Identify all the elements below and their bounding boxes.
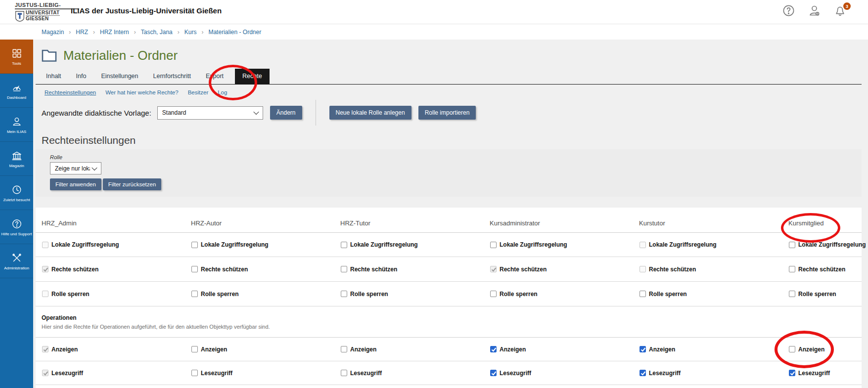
sidebar-item-zuletzt-besucht[interactable]: Zuletzt besucht (0, 176, 33, 210)
checkbox-label[interactable]: Rolle sperren (350, 291, 388, 298)
checkbox-label[interactable]: Rolle sperren (649, 291, 687, 298)
tab-info[interactable]: Info (75, 73, 88, 84)
template-select[interactable]: Standard (157, 106, 263, 120)
checkbox-lesezugriff-hrz-tutor[interactable] (341, 370, 347, 376)
checkbox-label: Rechte schützen (500, 266, 547, 273)
subtab-log[interactable]: Log (218, 89, 227, 95)
university-shield-icon (15, 10, 25, 24)
subtab-wer-hat-hier-welche-rechte[interactable]: Wer hat hier welche Rechte? (105, 89, 178, 95)
checkbox-label[interactable]: Lokale Zugriffsregelung (500, 241, 567, 248)
checkbox-label[interactable]: Anzeigen (649, 346, 675, 353)
ilias-permissions-screen: JUSTUS-LIEBIG- UNIVERSITAT GIESSEN ILIAS… (0, 0, 868, 388)
role-filter-select[interactable]: Zeige nur lokale Rolle (50, 162, 101, 174)
checkbox-anzeigen-kursadministrator[interactable] (490, 346, 497, 352)
column-header-hrz-admin: HRZ_Admin (42, 219, 77, 227)
checkbox-label[interactable]: Lesezugriff (500, 370, 531, 377)
notifications-button[interactable]: 3 (833, 4, 847, 18)
checkbox-rechte-schützen-kursadministrator (490, 266, 497, 272)
checkbox-label[interactable]: Rechte schützen (201, 266, 248, 273)
import-role-button[interactable]: Rolle importieren (418, 106, 476, 120)
checkbox-label[interactable]: Anzeigen (798, 346, 824, 353)
university-logo: JUSTUS-LIEBIG- UNIVERSITAT GIESSEN (15, 2, 79, 24)
checkbox-label[interactable]: Lesezugriff (649, 370, 681, 377)
user-button[interactable] (808, 4, 822, 18)
operations-section-description: Hier sind die Rechte für Operationen auf… (42, 324, 862, 330)
permission-cell-rechte-schützen-kursmitglied: Rechte schützen (789, 266, 845, 273)
tab-rechte[interactable]: Rechte (235, 69, 270, 84)
checkbox-label[interactable]: Lokale Zugriffsregelung (201, 241, 269, 248)
checkbox-label[interactable]: Anzeigen (500, 346, 526, 353)
help-button[interactable] (782, 4, 796, 18)
app-title: ILIAS der Justus-Liebig-Universität Gieß… (71, 6, 222, 15)
sidebar-item-label: Administration (4, 266, 29, 270)
checkbox-rechte-schützen-kursmitglied[interactable] (789, 266, 795, 272)
role-filter-value: Zeige nur lokale Rolle (55, 165, 90, 172)
tab-einstellungen[interactable]: Einstellungen (99, 73, 139, 84)
checkbox-label: Anzeigen (51, 346, 78, 353)
checkbox-label[interactable]: Rolle sperren (798, 291, 836, 298)
checkbox-label[interactable]: Anzeigen (350, 346, 376, 353)
checkbox-lesezugriff-hrz-admin (42, 370, 48, 376)
checkbox-rolle-sperren-kursmitglied[interactable] (789, 291, 795, 297)
checkbox-label[interactable]: Rolle sperren (500, 291, 538, 298)
permission-cell-rechte-schützen-kursadministrator: Rechte schützen (490, 266, 547, 273)
checkbox-label[interactable]: Rechte schützen (350, 266, 397, 273)
sidebar-item-administration[interactable]: Administration (0, 244, 33, 278)
sidebar-item-dashboard[interactable]: Dashboard (0, 74, 33, 108)
checkbox-label[interactable]: Rolle sperren (201, 291, 239, 298)
checkbox-anzeigen-kurstutor[interactable] (640, 346, 646, 352)
checkbox-lokale-zugriffsregelung-kursmitglied[interactable] (789, 242, 795, 248)
sidebar-item-label: Zuletzt besucht (3, 198, 30, 202)
reset-filter-button[interactable]: Filter zurücksetzen (103, 178, 162, 190)
checkbox-label[interactable]: Lesezugriff (201, 370, 232, 377)
checkbox-lokale-zugriffsregelung-hrz-autor[interactable] (191, 242, 198, 248)
checkbox-lesezugriff-hrz-autor[interactable] (191, 370, 198, 376)
create-local-role-button[interactable]: Neue lokale Rolle anlegen (329, 106, 411, 120)
permission-row-rolle-sperren: Rolle sperrenRolle sperrenRolle sperrenR… (36, 282, 862, 306)
checkbox-lesezugriff-kursmitglied[interactable] (789, 370, 795, 376)
checkbox-anzeigen-hrz-tutor[interactable] (341, 346, 347, 352)
checkbox-rolle-sperren-kurstutor[interactable] (640, 291, 646, 297)
bank-icon (11, 150, 22, 162)
checkbox-lokale-zugriffsregelung-hrz-tutor[interactable] (341, 242, 347, 248)
checkbox-rechte-schützen-hrz-autor[interactable] (191, 266, 198, 272)
column-header-kursmitglied: Kursmitglied (788, 219, 824, 227)
checkbox-lokale-zugriffsregelung-kursadministrator[interactable] (490, 242, 497, 248)
checkbox-rolle-sperren-hrz-autor[interactable] (191, 291, 198, 297)
checkbox-label[interactable]: Lesezugriff (350, 370, 382, 377)
breadcrumb-item-tasch-jana[interactable]: Tasch, Jana (141, 29, 173, 36)
checkbox-label[interactable]: Anzeigen (201, 346, 227, 353)
subtab-besitzer[interactable]: Besitzer (188, 89, 209, 95)
checkbox-label[interactable]: Lokale Zugriffsregelung (350, 241, 418, 248)
breadcrumb-item-materialien-ordner[interactable]: Materialien - Ordner (208, 29, 261, 36)
checkbox-rechte-schützen-hrz-tutor[interactable] (341, 266, 347, 272)
tab-inhalt[interactable]: Inhalt (45, 73, 63, 84)
checkbox-lesezugriff-kursadministrator[interactable] (490, 370, 497, 376)
checkbox-label[interactable]: Lesezugriff (798, 370, 830, 377)
permission-cell-rechte-schützen-hrz-autor: Rechte schützen (191, 266, 248, 273)
breadcrumb-item-hrz-intern[interactable]: HRZ Intern (100, 29, 129, 36)
breadcrumb-item-magazin[interactable]: Magazin (42, 29, 64, 36)
sidebar-item-tools[interactable]: Tools (0, 40, 33, 74)
checkbox-anzeigen-kursmitglied[interactable] (789, 346, 795, 352)
breadcrumb-item-hrz[interactable]: HRZ (76, 29, 88, 36)
checkbox-anzeigen-hrz-autor[interactable] (191, 346, 198, 352)
sidebar-item-magazin[interactable]: Magazin (0, 142, 33, 176)
subtab-rechteeinstellungen[interactable]: Rechteeinstellungen (45, 89, 96, 95)
sidebar-item-mein-ilias[interactable]: Mein ILIAS (0, 108, 33, 142)
checkbox-label[interactable]: Rechte schützen (798, 266, 845, 273)
apply-filter-button[interactable]: Filter anwenden (50, 178, 101, 190)
breadcrumb-item-kurs[interactable]: Kurs (184, 29, 197, 36)
checkbox-label[interactable]: Lokale Zugriffsregelung (798, 241, 866, 248)
sidebar-item-hilfe-und-support[interactable]: Hilfe und Support (0, 210, 33, 244)
checkbox-rolle-sperren-hrz-tutor[interactable] (341, 291, 347, 297)
checkbox-rolle-sperren-kursadministrator[interactable] (490, 291, 497, 297)
change-template-button[interactable]: Ändern (270, 106, 302, 120)
checkbox-lesezugriff-kurstutor[interactable] (640, 370, 646, 376)
checkbox-lokale-zugriffsregelung-kurstutor (640, 242, 646, 248)
permission-cell-lokale-zugriffsregelung-kurstutor: Lokale Zugriffsregelung (640, 241, 717, 248)
tab-export[interactable]: Export (204, 73, 225, 84)
tab-lernfortschritt[interactable]: Lernfortschritt (152, 73, 192, 84)
checkbox-rechte-schützen-kurstutor (640, 266, 646, 272)
vertical-divider (316, 100, 316, 126)
